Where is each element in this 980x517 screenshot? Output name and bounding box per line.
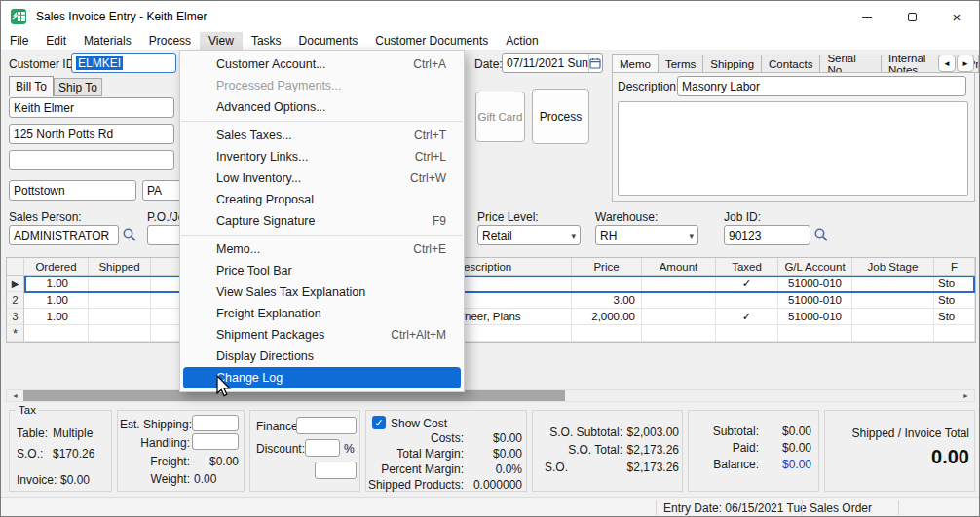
grid-header-price[interactable]: Price xyxy=(572,258,642,276)
cell-price[interactable]: 3.00 xyxy=(572,292,642,309)
cell-extra[interactable]: Sto xyxy=(934,276,975,292)
sales-person-search-icon[interactable] xyxy=(122,227,137,242)
job-id-input[interactable]: 90123 xyxy=(724,225,810,245)
cell-gl-account[interactable]: 51000-010 xyxy=(778,276,852,292)
menu-item-sales-taxes[interactable]: Sales Taxes...Ctrl+T xyxy=(180,125,464,146)
menu-item-shipment-packages[interactable]: Shipment PackagesCtrl+Alt+M xyxy=(180,324,464,346)
row-marker[interactable]: 3 xyxy=(7,309,24,325)
cell-gl-account[interactable] xyxy=(778,325,852,342)
cell-price[interactable] xyxy=(572,325,642,342)
menubar-file[interactable]: File xyxy=(1,32,37,50)
menu-item-display-directions[interactable]: Display Directions xyxy=(180,346,464,367)
new-row-marker[interactable]: * xyxy=(7,325,24,342)
process-button[interactable]: Process xyxy=(532,89,589,144)
table-row[interactable]: ▶ 1.00 ✓ 51000-010 Sto xyxy=(7,276,975,292)
grid-header-cell[interactable]: F xyxy=(934,258,975,276)
cell-amount[interactable] xyxy=(642,309,716,325)
cell-job-stage[interactable] xyxy=(852,276,934,292)
menu-item-price-tool-bar[interactable]: Price Tool Bar xyxy=(180,260,464,281)
cell-shipped[interactable] xyxy=(89,309,151,325)
warehouse-select[interactable]: RH ▾ xyxy=(595,225,698,245)
cell-extra[interactable] xyxy=(934,325,975,342)
description-input[interactable]: Masonry Labor xyxy=(677,76,966,96)
tab-shipping[interactable]: Shipping xyxy=(703,55,762,73)
cell-gl-account[interactable]: 51000-010 xyxy=(778,292,852,309)
cell-shipped[interactable] xyxy=(89,276,151,292)
tab-ship-to[interactable]: Ship To xyxy=(54,78,102,96)
grid-header-taxed[interactable]: Taxed xyxy=(716,258,778,276)
menu-item-inventory-links[interactable]: Inventory Links...Ctrl+L xyxy=(180,146,464,167)
handling-input[interactable] xyxy=(192,433,239,450)
menubar-view[interactable]: View xyxy=(200,32,243,50)
tab-terms[interactable]: Terms xyxy=(659,55,703,73)
scroll-right-button[interactable]: ► xyxy=(958,390,974,401)
gift-card-button[interactable]: Gift Card xyxy=(475,92,525,142)
cell-job-stage[interactable] xyxy=(852,292,934,309)
cell-ordered[interactable]: 1.00 xyxy=(24,276,89,292)
menubar-documents[interactable]: Documents xyxy=(290,32,367,50)
cell-taxed[interactable] xyxy=(716,325,778,342)
cell-ordered[interactable]: 1.00 xyxy=(24,309,89,325)
price-level-select[interactable]: Retail ▾ xyxy=(477,225,581,245)
row-marker[interactable]: 2 xyxy=(7,292,24,309)
cell-price[interactable] xyxy=(572,276,642,292)
discount-input[interactable] xyxy=(305,439,340,457)
minimize-button[interactable] xyxy=(845,1,889,32)
menu-item-capture-signature[interactable]: Capture SignatureF9 xyxy=(180,210,464,232)
tab-bill-to[interactable]: Bill To xyxy=(9,76,54,96)
cell-job-stage[interactable] xyxy=(852,309,934,325)
cell-amount[interactable] xyxy=(642,325,716,342)
show-cost-checkbox[interactable]: ✓ xyxy=(372,416,386,429)
cell-extra[interactable]: Sto xyxy=(934,309,975,325)
cell-shipped[interactable] xyxy=(89,292,151,309)
grid-header-ordered[interactable]: Ordered xyxy=(24,258,89,276)
grid-header-job-stage[interactable]: Job Stage xyxy=(852,258,934,276)
menubar-customer-documents[interactable]: Customer Documents xyxy=(366,32,497,50)
tab-scroll-left-button[interactable]: ◄ xyxy=(938,55,956,72)
menubar-tasks[interactable]: Tasks xyxy=(243,32,290,50)
table-row[interactable]: * xyxy=(7,325,975,342)
menu-item-customer-account[interactable]: Customer Account...Ctrl+A xyxy=(180,54,464,75)
grid-horizontal-scrollbar[interactable]: ◄ ► xyxy=(6,389,975,402)
memo-textarea[interactable] xyxy=(618,101,968,196)
finance-extra-input[interactable] xyxy=(315,462,357,479)
cell-price[interactable]: 2,000.00 xyxy=(572,309,642,325)
cell-taxed[interactable]: ✓ xyxy=(716,276,778,292)
row-marker[interactable]: ▶ xyxy=(7,276,24,292)
maximize-button[interactable] xyxy=(889,1,934,32)
menu-item-advanced-options[interactable]: Advanced Options... xyxy=(180,96,464,118)
address1-field[interactable]: 125 North Potts Rd xyxy=(9,124,174,144)
cell-amount[interactable] xyxy=(642,276,716,292)
menubar-materials[interactable]: Materials xyxy=(75,32,140,50)
finance-input[interactable] xyxy=(296,417,357,434)
menubar-edit[interactable]: Edit xyxy=(37,32,75,50)
cell-gl-account[interactable]: 51000-010 xyxy=(778,309,852,325)
menu-item-creating-proposal[interactable]: Creating Proposal xyxy=(180,189,464,210)
cell-ordered[interactable]: 1.00 xyxy=(24,292,89,309)
table-row[interactable]: 2 1.00 3.00 51000-010 Sto xyxy=(7,292,975,309)
job-id-search-icon[interactable] xyxy=(813,227,829,242)
scroll-left-button[interactable]: ◄ xyxy=(7,390,23,401)
menu-item-low-inventory[interactable]: Low Inventory...Ctrl+W xyxy=(180,167,464,189)
sales-person-input[interactable]: ADMINISTRATOR xyxy=(9,225,119,245)
name-field[interactable]: Keith Elmer xyxy=(9,97,174,118)
menubar-process[interactable]: Process xyxy=(140,32,200,50)
cell-taxed[interactable] xyxy=(716,292,778,309)
tab-serial-no[interactable]: Serial No. xyxy=(820,55,882,73)
cell-amount[interactable] xyxy=(642,292,716,309)
grid-header-amount[interactable]: Amount xyxy=(642,258,716,276)
cell-ordered[interactable] xyxy=(24,325,89,342)
grid-header-gl-account[interactable]: G/L Account xyxy=(778,258,852,276)
tab-contacts[interactable]: Contacts xyxy=(762,55,820,73)
menu-item-freight-explanation[interactable]: Freight Explanation xyxy=(180,303,464,324)
tab-memo[interactable]: Memo xyxy=(612,54,659,73)
table-row[interactable]: 3 1.00 neer, Plans 2,000.00 ✓ 51000-010 … xyxy=(7,309,975,325)
date-input[interactable]: 07/11/2021 Sun xyxy=(502,53,603,73)
est-shipping-input[interactable] xyxy=(192,415,239,431)
calendar-button[interactable] xyxy=(588,54,602,72)
menubar-action[interactable]: Action xyxy=(497,32,547,50)
cell-job-stage[interactable] xyxy=(852,325,934,342)
close-button[interactable]: × xyxy=(934,1,979,32)
tab-scroll-right-button[interactable]: ► xyxy=(957,55,974,72)
menu-item-memo[interactable]: Memo...Ctrl+E xyxy=(180,239,464,260)
